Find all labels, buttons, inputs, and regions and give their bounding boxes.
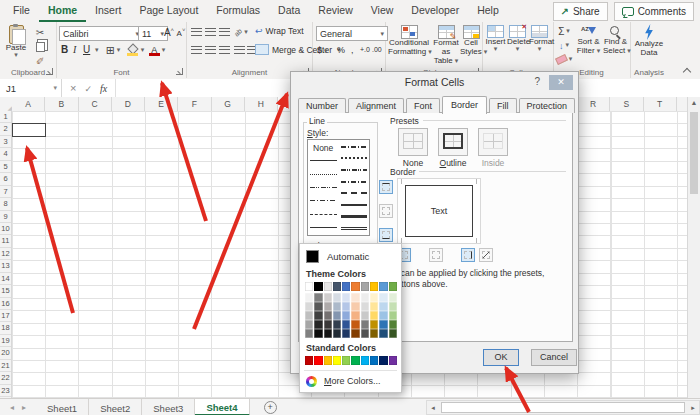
color-swatch[interactable] (342, 293, 350, 302)
menu-tab-formulas[interactable]: Formulas (207, 0, 269, 22)
color-swatch[interactable] (379, 302, 387, 311)
scroll-left-icon[interactable]: ◂ (427, 404, 439, 412)
border-inside-vertical-button[interactable] (429, 248, 443, 262)
prev-sheet-icon[interactable]: ◂ (10, 403, 14, 412)
percent-style-button[interactable]: % (337, 45, 345, 55)
color-swatch[interactable] (389, 320, 397, 329)
color-swatch[interactable] (324, 356, 332, 365)
line-style-option-none[interactable]: None (310, 141, 337, 154)
line-style-option-dotted[interactable] (310, 168, 337, 181)
sheet-tab-sheet4[interactable]: Sheet4 (195, 399, 249, 415)
column-header-t[interactable]: T (644, 97, 677, 111)
row-header-14[interactable]: 14 (0, 273, 11, 285)
cut-button[interactable] (33, 26, 47, 38)
fill-button[interactable] (555, 39, 573, 51)
color-swatch[interactable] (351, 282, 359, 291)
border-bottom-button[interactable] (379, 228, 393, 242)
sheet-tab-sheet2[interactable]: Sheet2 (89, 399, 142, 415)
line-style-option-dashedm[interactable] (341, 188, 368, 200)
menu-tab-help[interactable]: Help (468, 0, 508, 22)
row-header-2[interactable]: 2 (0, 123, 11, 135)
color-swatch[interactable] (305, 311, 313, 320)
format-as-table-button[interactable]: Format as Table (432, 25, 460, 65)
line-style-option-solid1[interactable] (310, 154, 337, 167)
clipboard-dialog-launcher[interactable] (46, 68, 53, 75)
color-swatch[interactable] (351, 329, 359, 338)
insert-cells-button[interactable]: Insert (485, 25, 506, 51)
row-header-22[interactable]: 22 (0, 372, 11, 384)
color-swatch[interactable] (324, 282, 332, 291)
dialog-tab-protection[interactable]: Protection (519, 98, 576, 113)
name-box[interactable]: J1 (0, 79, 62, 97)
column-header-d[interactable]: D (112, 97, 145, 111)
preset-none-button[interactable] (398, 128, 428, 156)
column-header-r[interactable]: R (577, 97, 610, 111)
border-inside-horizontal-button[interactable] (379, 204, 393, 218)
color-swatch[interactable] (314, 311, 322, 320)
copy-button[interactable] (33, 40, 47, 52)
menu-tab-insert[interactable]: Insert (86, 0, 130, 22)
bold-button[interactable]: B (61, 44, 68, 55)
color-swatch[interactable] (361, 311, 369, 320)
clear-button[interactable] (555, 53, 573, 65)
automatic-color-item[interactable]: Automatic (300, 247, 401, 265)
color-swatch[interactable] (361, 282, 369, 291)
color-swatch[interactable] (314, 320, 322, 329)
row-header-10[interactable]: 10 (0, 223, 11, 235)
cell-styles-button[interactable]: Cell Styles (460, 25, 482, 57)
row-header-5[interactable]: 5 (0, 161, 11, 173)
vertical-scroll-thumb[interactable] (690, 112, 698, 194)
color-swatch[interactable] (351, 293, 359, 302)
menu-tab-home[interactable]: Home (39, 0, 86, 22)
format-cells-button[interactable]: Format (529, 25, 550, 51)
menu-tab-view[interactable]: View (362, 0, 403, 22)
analyze-data-button[interactable]: Analyze Data (633, 24, 665, 58)
dialog-close-button[interactable] (549, 75, 573, 90)
italic-button[interactable]: I (73, 44, 76, 55)
color-swatch[interactable] (379, 356, 387, 365)
delete-dropdown-arrow-icon[interactable] (507, 47, 528, 51)
decrease-indent-button[interactable] (232, 44, 246, 56)
border-right-button[interactable] (461, 248, 475, 262)
color-swatch[interactable] (314, 282, 322, 291)
row-header-18[interactable]: 18 (0, 322, 11, 334)
line-style-option-solid3[interactable] (341, 211, 368, 223)
column-header-e[interactable]: E (145, 97, 178, 111)
row-header-20[interactable]: 20 (0, 347, 11, 359)
align-bottom-button[interactable] (217, 26, 231, 38)
horizontal-scroll-thumb[interactable] (441, 402, 685, 413)
find-select-button[interactable]: Find & Select (603, 25, 628, 56)
border-diagonal-button[interactable] (479, 248, 493, 262)
color-swatch[interactable] (389, 329, 397, 338)
color-swatch[interactable] (389, 302, 397, 311)
decrease-decimal-button[interactable]: .00 (372, 46, 382, 53)
line-style-option-dashed[interactable] (310, 207, 337, 220)
sheet-tab-sheet3[interactable]: Sheet3 (142, 399, 195, 415)
menu-tab-file[interactable]: File (4, 0, 39, 22)
align-right-button[interactable] (217, 44, 231, 56)
line-style-option-dashdotdotm[interactable] (341, 164, 368, 176)
paste-dropdown-arrow-icon[interactable] (3, 53, 29, 57)
column-header-c[interactable]: C (79, 97, 112, 111)
line-style-option-solid2[interactable] (341, 199, 368, 211)
row-header-11[interactable]: 11 (0, 235, 11, 247)
fill-color-button[interactable] (125, 44, 145, 56)
column-header-h[interactable]: H (245, 97, 278, 111)
menu-tab-review[interactable]: Review (309, 0, 361, 22)
autosum-button[interactable] (555, 25, 573, 37)
sort-filter-button[interactable]: Sort & Filter (575, 25, 602, 56)
color-swatch[interactable] (351, 311, 359, 320)
color-swatch[interactable] (305, 320, 313, 329)
next-sheet-icon[interactable]: ▸ (22, 403, 26, 412)
format-dropdown-arrow-icon[interactable] (529, 47, 550, 51)
color-swatch[interactable] (370, 293, 378, 302)
color-swatch[interactable] (305, 329, 313, 338)
horizontal-scrollbar[interactable]: ◂ ▸ (426, 400, 700, 415)
borders-button[interactable] (103, 44, 123, 56)
row-header-1[interactable]: 1 (0, 111, 11, 123)
comma-style-button[interactable]: , (351, 45, 354, 55)
ok-button[interactable]: OK (483, 349, 519, 366)
color-swatch[interactable] (370, 302, 378, 311)
line-style-listbox[interactable]: None (307, 139, 370, 236)
color-swatch[interactable] (314, 302, 322, 311)
